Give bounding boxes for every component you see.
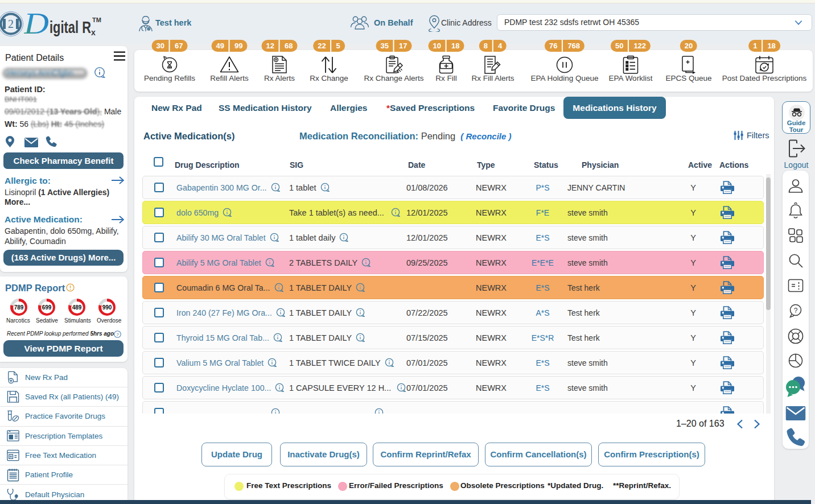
svg-text:D: D xyxy=(24,9,49,38)
svg-text:2: 2 xyxy=(8,18,14,30)
svg-text:igital R: igital R xyxy=(50,18,91,36)
svg-text:?: ? xyxy=(794,307,798,315)
svg-text:TM: TM xyxy=(92,16,101,23)
svg-text:x: x xyxy=(91,28,96,37)
svg-text:?: ? xyxy=(116,332,119,337)
